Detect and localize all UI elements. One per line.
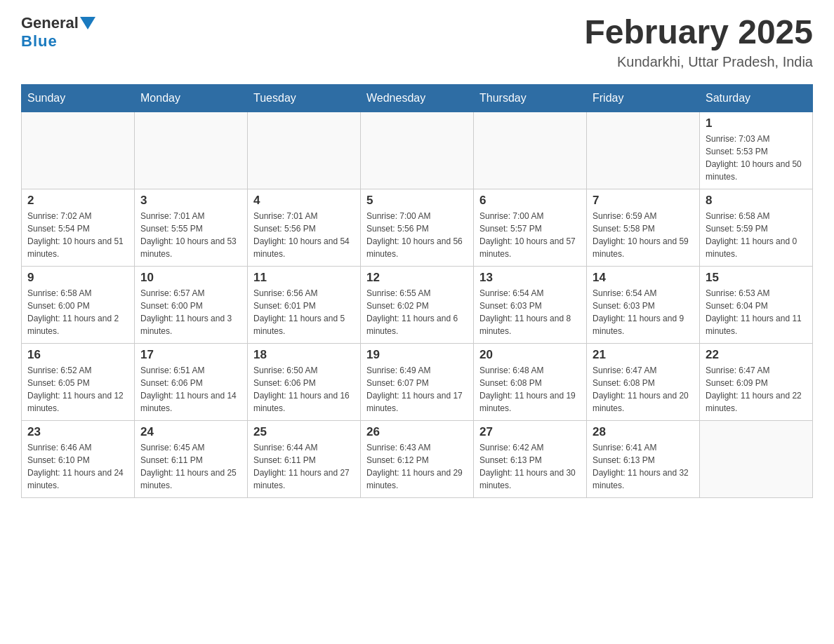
calendar-day-cell <box>361 112 474 189</box>
calendar-body: 1Sunrise: 7:03 AMSunset: 5:53 PMDaylight… <box>22 112 813 497</box>
day-number: 1 <box>706 116 807 130</box>
calendar-day-cell: 9Sunrise: 6:58 AMSunset: 6:00 PMDaylight… <box>22 266 135 343</box>
day-info: Sunrise: 6:54 AMSunset: 6:03 PMDaylight:… <box>593 287 694 337</box>
calendar-subtitle: Kundarkhi, Uttar Pradesh, India <box>584 54 813 70</box>
calendar-day-cell: 8Sunrise: 6:58 AMSunset: 5:59 PMDaylight… <box>700 189 813 266</box>
day-info: Sunrise: 6:51 AMSunset: 6:06 PMDaylight:… <box>140 364 241 415</box>
day-number: 26 <box>366 425 468 439</box>
day-info: Sunrise: 6:47 AMSunset: 6:08 PMDaylight:… <box>593 364 694 415</box>
calendar-day-cell <box>248 112 361 189</box>
calendar-day-cell: 12Sunrise: 6:55 AMSunset: 6:02 PMDayligh… <box>361 266 474 343</box>
day-number: 13 <box>479 271 581 285</box>
day-info: Sunrise: 6:50 AMSunset: 6:06 PMDaylight:… <box>253 364 355 415</box>
logo-triangle-icon <box>80 17 95 31</box>
day-number: 8 <box>706 194 807 208</box>
day-number: 4 <box>253 194 355 208</box>
day-info: Sunrise: 7:03 AMSunset: 5:53 PMDaylight:… <box>706 133 807 183</box>
calendar-day-cell: 16Sunrise: 6:52 AMSunset: 6:05 PMDayligh… <box>22 343 135 420</box>
calendar-day-cell: 27Sunrise: 6:42 AMSunset: 6:13 PMDayligh… <box>474 420 587 497</box>
logo-general-text: General <box>21 14 79 32</box>
day-info: Sunrise: 6:42 AMSunset: 6:13 PMDaylight:… <box>479 441 581 492</box>
day-info: Sunrise: 6:47 AMSunset: 6:09 PMDaylight:… <box>706 364 807 415</box>
day-of-week-header: Sunday <box>22 84 135 112</box>
day-number: 19 <box>366 348 468 362</box>
day-number: 12 <box>366 271 468 285</box>
day-info: Sunrise: 7:00 AMSunset: 5:57 PMDaylight:… <box>479 210 581 260</box>
day-info: Sunrise: 7:01 AMSunset: 5:56 PMDaylight:… <box>253 210 355 260</box>
calendar-day-cell: 2Sunrise: 7:02 AMSunset: 5:54 PMDaylight… <box>22 189 135 266</box>
day-number: 18 <box>253 348 355 362</box>
day-number: 15 <box>706 271 807 285</box>
day-info: Sunrise: 6:58 AMSunset: 5:59 PMDaylight:… <box>706 210 807 260</box>
day-info: Sunrise: 6:43 AMSunset: 6:12 PMDaylight:… <box>366 441 468 492</box>
page-header: General Blue February 2025 Kundarkhi, Ut… <box>21 14 813 70</box>
calendar-day-cell <box>135 112 248 189</box>
day-info: Sunrise: 6:44 AMSunset: 6:11 PMDaylight:… <box>253 441 355 492</box>
day-number: 6 <box>479 194 581 208</box>
calendar-day-cell: 14Sunrise: 6:54 AMSunset: 6:03 PMDayligh… <box>587 266 700 343</box>
calendar-day-cell <box>474 112 587 189</box>
calendar-table: SundayMondayTuesdayWednesdayThursdayFrid… <box>21 84 813 498</box>
day-number: 10 <box>140 271 241 285</box>
svg-marker-0 <box>80 17 95 29</box>
day-of-week-header: Wednesday <box>361 84 474 112</box>
day-number: 14 <box>593 271 694 285</box>
day-number: 23 <box>27 425 128 439</box>
calendar-day-cell: 17Sunrise: 6:51 AMSunset: 6:06 PMDayligh… <box>135 343 248 420</box>
day-number: 5 <box>366 194 468 208</box>
title-section: February 2025 Kundarkhi, Uttar Pradesh, … <box>584 14 813 70</box>
calendar-day-cell: 19Sunrise: 6:49 AMSunset: 6:07 PMDayligh… <box>361 343 474 420</box>
calendar-day-cell: 25Sunrise: 6:44 AMSunset: 6:11 PMDayligh… <box>248 420 361 497</box>
calendar-day-cell: 4Sunrise: 7:01 AMSunset: 5:56 PMDaylight… <box>248 189 361 266</box>
day-info: Sunrise: 6:45 AMSunset: 6:11 PMDaylight:… <box>140 441 241 492</box>
day-of-week-header: Saturday <box>700 84 813 112</box>
calendar-week-row: 9Sunrise: 6:58 AMSunset: 6:00 PMDaylight… <box>22 266 813 343</box>
day-info: Sunrise: 7:01 AMSunset: 5:55 PMDaylight:… <box>140 210 241 260</box>
calendar-day-cell <box>587 112 700 189</box>
day-number: 28 <box>593 425 694 439</box>
day-number: 16 <box>27 348 128 362</box>
calendar-week-row: 2Sunrise: 7:02 AMSunset: 5:54 PMDaylight… <box>22 189 813 266</box>
day-info: Sunrise: 6:48 AMSunset: 6:08 PMDaylight:… <box>479 364 581 415</box>
calendar-day-cell: 6Sunrise: 7:00 AMSunset: 5:57 PMDaylight… <box>474 189 587 266</box>
day-info: Sunrise: 6:58 AMSunset: 6:00 PMDaylight:… <box>27 287 128 337</box>
day-number: 20 <box>479 348 581 362</box>
calendar-day-cell: 21Sunrise: 6:47 AMSunset: 6:08 PMDayligh… <box>587 343 700 420</box>
day-number: 24 <box>140 425 241 439</box>
day-of-week-header: Friday <box>587 84 700 112</box>
calendar-day-cell: 10Sunrise: 6:57 AMSunset: 6:00 PMDayligh… <box>135 266 248 343</box>
days-of-week-row: SundayMondayTuesdayWednesdayThursdayFrid… <box>22 84 813 112</box>
day-number: 27 <box>479 425 581 439</box>
calendar-day-cell: 7Sunrise: 6:59 AMSunset: 5:58 PMDaylight… <box>587 189 700 266</box>
logo-blue-text: Blue <box>21 32 58 50</box>
calendar-week-row: 16Sunrise: 6:52 AMSunset: 6:05 PMDayligh… <box>22 343 813 420</box>
calendar-day-cell: 13Sunrise: 6:54 AMSunset: 6:03 PMDayligh… <box>474 266 587 343</box>
day-of-week-header: Thursday <box>474 84 587 112</box>
calendar-day-cell: 26Sunrise: 6:43 AMSunset: 6:12 PMDayligh… <box>361 420 474 497</box>
day-info: Sunrise: 6:55 AMSunset: 6:02 PMDaylight:… <box>366 287 468 337</box>
calendar-day-cell: 28Sunrise: 6:41 AMSunset: 6:13 PMDayligh… <box>587 420 700 497</box>
day-number: 25 <box>253 425 355 439</box>
day-number: 17 <box>140 348 241 362</box>
day-info: Sunrise: 7:00 AMSunset: 5:56 PMDaylight:… <box>366 210 468 260</box>
day-info: Sunrise: 6:57 AMSunset: 6:00 PMDaylight:… <box>140 287 241 337</box>
day-info: Sunrise: 6:54 AMSunset: 6:03 PMDaylight:… <box>479 287 581 337</box>
day-number: 2 <box>27 194 128 208</box>
day-of-week-header: Monday <box>135 84 248 112</box>
calendar-day-cell: 20Sunrise: 6:48 AMSunset: 6:08 PMDayligh… <box>474 343 587 420</box>
calendar-week-row: 23Sunrise: 6:46 AMSunset: 6:10 PMDayligh… <box>22 420 813 497</box>
calendar-day-cell: 23Sunrise: 6:46 AMSunset: 6:10 PMDayligh… <box>22 420 135 497</box>
day-info: Sunrise: 6:52 AMSunset: 6:05 PMDaylight:… <box>27 364 128 415</box>
day-number: 22 <box>706 348 807 362</box>
day-number: 11 <box>253 271 355 285</box>
calendar-week-row: 1Sunrise: 7:03 AMSunset: 5:53 PMDaylight… <box>22 112 813 189</box>
calendar-title: February 2025 <box>584 14 813 51</box>
day-number: 9 <box>27 271 128 285</box>
calendar-day-cell <box>22 112 135 189</box>
day-info: Sunrise: 6:46 AMSunset: 6:10 PMDaylight:… <box>27 441 128 492</box>
calendar-day-cell: 24Sunrise: 6:45 AMSunset: 6:11 PMDayligh… <box>135 420 248 497</box>
logo: General Blue <box>21 14 95 51</box>
calendar-day-cell <box>700 420 813 497</box>
day-info: Sunrise: 6:53 AMSunset: 6:04 PMDaylight:… <box>706 287 807 337</box>
day-number: 21 <box>593 348 694 362</box>
